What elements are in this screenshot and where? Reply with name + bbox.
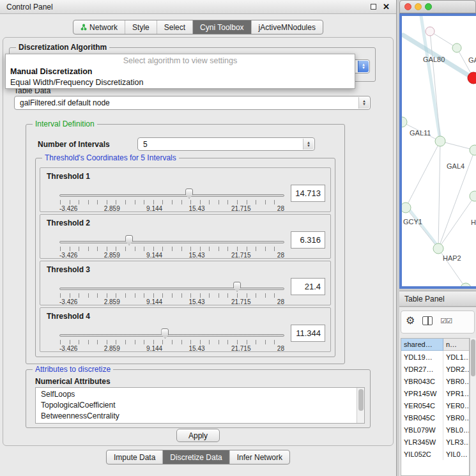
table-panel-window: ⚙ ☑☑ shared… n… YDL19… YDL1… YDR27…: [399, 307, 476, 476]
threshold-value-field[interactable]: 6.316: [291, 231, 325, 249]
algorithm-option-list: Manual Discretization Equal Width/Freque…: [6, 66, 355, 88]
scale-label: 21.715: [231, 298, 251, 305]
bottom-tab[interactable]: Infer Network: [229, 450, 289, 464]
network-edge[interactable]: [438, 141, 440, 249]
combo-stepper-icon[interactable]: ▲ ▼: [303, 139, 314, 150]
scrollbar-thumb[interactable]: [358, 389, 364, 411]
network-node[interactable]: [470, 145, 476, 155]
slider-track[interactable]: [59, 194, 284, 197]
slider-thumb[interactable]: [185, 188, 193, 199]
threshold-block: Threshold 4 -3.426 2.859 9.144 15.43: [40, 307, 331, 352]
table-row[interactable]: YER054C YER0…: [401, 399, 469, 411]
control-panel-tab[interactable]: jActiveMNodules: [251, 20, 323, 34]
network-canvas[interactable]: GAL80GAGAL11GAL4GCY1HHAP2: [399, 13, 476, 289]
attribute-list-item[interactable]: TopologicalCoefficient: [41, 400, 364, 411]
cell-name: YBR0…: [443, 411, 469, 424]
slider-thumb[interactable]: [161, 328, 169, 339]
table-scrollbar[interactable]: [470, 338, 476, 476]
algorithm-placeholder-option[interactable]: Select algorithm to view settings: [6, 54, 355, 66]
threshold-slider[interactable]: -3.426 2.859 9.144 15.43 21.715 28: [59, 332, 284, 351]
table-row[interactable]: YBR045C YBR0…: [401, 411, 469, 424]
network-edge[interactable]: [406, 141, 440, 208]
network-node[interactable]: [426, 27, 434, 36]
table-row[interactable]: YPR145W YPR1…: [401, 387, 469, 399]
combo-stepper-icon[interactable]: ▲ ▼: [358, 61, 369, 72]
network-node[interactable]: [470, 191, 476, 201]
close-window-icon[interactable]: ✕: [383, 2, 390, 12]
float-window-icon[interactable]: [371, 4, 376, 10]
table-data-combo-value: galFiltered.sif default node: [20, 98, 110, 107]
attribute-list-item[interactable]: SelfLoops: [41, 389, 364, 400]
control-panel-tab[interactable]: Cyni Toolbox: [192, 20, 250, 34]
table-panel-title: Table Panel: [404, 295, 445, 303]
threshold-block: Threshold 1 -3.426 2.859 9.144 15.43: [40, 167, 331, 212]
network-node[interactable]: [461, 283, 471, 289]
control-panel-tab[interactable]: Style: [125, 20, 157, 34]
threshold-slider[interactable]: -3.426 2.859 9.144 15.43 21.715 28: [59, 286, 284, 305]
table-row[interactable]: YBR043C YBR0…: [401, 375, 469, 387]
control-panel-tab[interactable]: Select: [157, 20, 192, 34]
threshold-slider[interactable]: -3.426 2.859 9.144 15.43 21.715 28: [59, 192, 284, 211]
close-traffic-light-icon[interactable]: [404, 3, 411, 10]
network-edge-band[interactable]: [407, 206, 439, 247]
slider-track[interactable]: [59, 334, 284, 337]
network-node[interactable]: [402, 117, 407, 127]
threshold-value-field[interactable]: 11.344: [291, 325, 325, 342]
zoom-traffic-light-icon[interactable]: [425, 3, 432, 10]
slider-thumb[interactable]: [233, 282, 241, 292]
number-of-intervals-combo[interactable]: 5 ▲ ▼: [137, 137, 315, 151]
cell-name: YDR2…: [443, 363, 469, 375]
slider-track[interactable]: [59, 288, 284, 290]
table-row[interactable]: YIL052C YIL0…: [401, 448, 469, 460]
network-view-window: GAL80GAGAL11GAL4GCY1HHAP2: [399, 0, 476, 289]
column-header-name[interactable]: n…: [443, 339, 469, 351]
tab-label: Discretize Data: [170, 453, 222, 462]
network-node-label: GCY1: [403, 218, 422, 226]
scale-label: 9.144: [146, 252, 162, 259]
cell-shared-name: YBR045C: [401, 411, 443, 424]
network-node[interactable]: [433, 243, 443, 254]
slider-track[interactable]: [59, 241, 284, 243]
table-row[interactable]: YDL19… YDL1…: [401, 351, 469, 363]
cell-shared-name: YBR043C: [401, 375, 443, 387]
algorithm-option[interactable]: Manual Discretization: [6, 66, 355, 77]
algorithm-option[interactable]: Equal Width/Frequency Discretization: [6, 77, 355, 88]
threshold-value-field[interactable]: 14.713: [291, 185, 325, 202]
network-node[interactable]: [402, 203, 411, 213]
cell-name: YBR0…: [443, 375, 469, 387]
minimize-traffic-light-icon[interactable]: [415, 3, 422, 10]
network-node[interactable]: [452, 43, 461, 52]
select-rows-icon[interactable]: ☑☑: [440, 317, 452, 325]
attributes-scrollbar[interactable]: [357, 388, 364, 423]
apply-button[interactable]: Apply: [176, 429, 220, 442]
scale-label: 15.43: [189, 205, 205, 212]
column-header-shared-name[interactable]: shared…: [401, 339, 443, 351]
slider-thumb[interactable]: [125, 235, 133, 245]
bottom-tab[interactable]: Impute Data: [107, 450, 162, 464]
table-row[interactable]: YBL079W YBL0…: [401, 424, 469, 436]
scrollbar-thumb[interactable]: [471, 339, 475, 376]
network-edge[interactable]: [406, 208, 438, 249]
network-edge[interactable]: [438, 196, 475, 249]
threshold-slider[interactable]: -3.426 2.859 9.144 15.43 21.715 28: [59, 239, 284, 258]
network-node[interactable]: [435, 136, 445, 146]
number-of-intervals-label: Number of Intervals: [38, 140, 110, 149]
table-data-combo[interactable]: galFiltered.sif default node ▲ ▼: [14, 96, 371, 110]
scale-label: 28: [277, 252, 284, 259]
gear-icon[interactable]: ⚙: [406, 316, 415, 326]
table-row[interactable]: YDR27… YDR2…: [401, 363, 469, 375]
bottom-tab[interactable]: Discretize Data: [162, 450, 229, 464]
scale-label: 2.859: [104, 252, 120, 259]
numerical-attributes-list: SelfLoops TopologicalCoefficient Between…: [35, 387, 365, 424]
threshold-value-field[interactable]: 21.4: [291, 278, 325, 295]
scale-label: -3.426: [59, 298, 77, 305]
columns-icon[interactable]: [422, 316, 433, 325]
control-panel-tab[interactable]: Network: [73, 20, 125, 34]
attribute-list-item[interactable]: BetweennessCentrality: [41, 411, 364, 422]
network-node[interactable]: [468, 72, 476, 84]
cell-shared-name: YDR27…: [401, 363, 443, 375]
network-graph[interactable]: GAL80GAGAL11GAL4GCY1HHAP2: [402, 16, 476, 289]
threshold-list: Threshold 1 -3.426 2.859 9.144 15.43: [40, 167, 331, 354]
combo-stepper-icon[interactable]: ▲ ▼: [358, 97, 369, 109]
table-row[interactable]: YLR345W YLR3…: [401, 436, 469, 448]
